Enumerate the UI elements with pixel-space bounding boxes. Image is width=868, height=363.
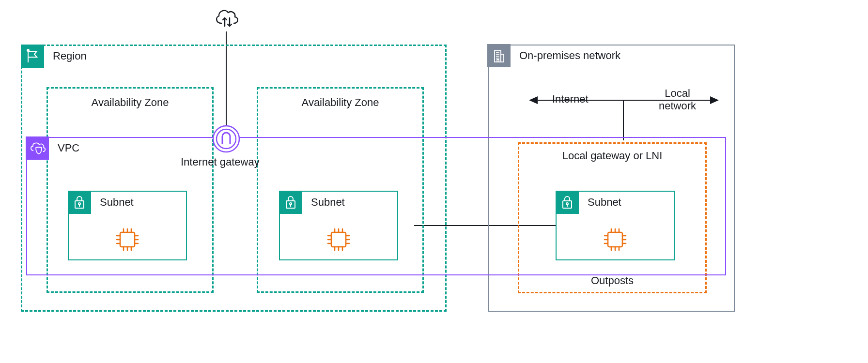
az1-label: Availability Zone: [92, 96, 169, 109]
svg-point-50: [566, 203, 568, 205]
svg-point-7: [27, 49, 29, 51]
svg-rect-52: [608, 232, 622, 247]
subnet-1-label: Subnet: [100, 196, 134, 209]
lock-icon: [279, 191, 302, 214]
chip-icon: [602, 227, 628, 253]
localnet-label: Local network: [659, 87, 696, 112]
region-label: Region: [53, 50, 87, 62]
vpc-label: VPC: [58, 142, 79, 154]
lock-icon: [556, 191, 579, 214]
internet-label: Internet: [552, 93, 589, 106]
svg-point-18: [78, 203, 80, 205]
svg-rect-14: [497, 60, 499, 62]
igw-label: Internet gateway: [181, 156, 260, 168]
subnet-out-label: Subnet: [588, 196, 621, 209]
subnet-2: Subnet: [279, 191, 398, 260]
svg-point-34: [290, 203, 292, 205]
subnet-2-label: Subnet: [311, 196, 345, 209]
lock-icon: [68, 191, 91, 214]
flag-icon: [21, 45, 44, 68]
architecture-diagram: Region Availability Zone Availability Zo…: [0, 0, 868, 363]
outposts-label: Outposts: [591, 274, 634, 287]
gateway-icon: [212, 125, 240, 153]
svg-rect-9: [501, 54, 504, 62]
subnet-outpost: Subnet: [556, 191, 675, 260]
az2-label: Availability Zone: [302, 96, 379, 109]
building-icon: [487, 44, 511, 67]
chip-icon: [114, 227, 140, 253]
cloud-arrows-icon: [213, 6, 240, 30]
svg-rect-20: [120, 232, 135, 247]
chip-icon: [326, 227, 352, 253]
cloud-shield-icon: [26, 136, 49, 160]
subnet-1: Subnet: [68, 191, 187, 260]
svg-rect-36: [331, 232, 346, 247]
onprem-label: On-premises network: [519, 49, 620, 62]
